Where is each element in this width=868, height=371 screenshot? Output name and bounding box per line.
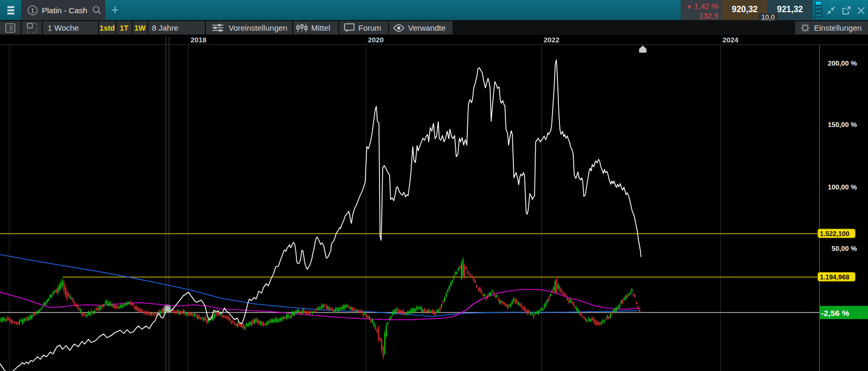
- svg-text:2022: 2022: [544, 36, 559, 44]
- svg-text:2020: 2020: [368, 36, 384, 44]
- svg-text:50,00 %: 50,00 %: [831, 245, 857, 252]
- svg-text:200,00 %: 200,00 %: [828, 59, 857, 67]
- svg-text:-2,56 %: -2,56 %: [821, 309, 849, 318]
- svg-text:2018: 2018: [191, 36, 207, 44]
- svg-text:1.522,100: 1.522,100: [820, 230, 849, 238]
- svg-text:100,00 %: 100,00 %: [828, 183, 857, 191]
- svg-text:1.194,968: 1.194,968: [820, 274, 849, 281]
- svg-text:2024: 2024: [722, 36, 739, 44]
- svg-text:1: 1: [31, 7, 34, 13]
- svg-text:150,00 %: 150,00 %: [828, 121, 857, 129]
